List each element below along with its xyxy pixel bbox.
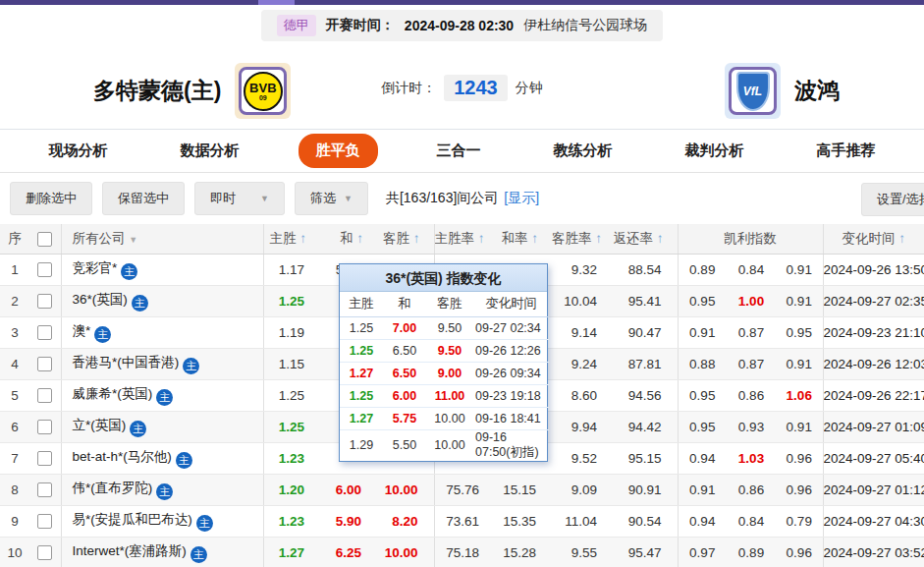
kickoff-time: 2024-09-28 02:30 xyxy=(405,18,514,33)
header-time-sort[interactable]: 变化时间 ↑ xyxy=(823,224,924,254)
company-cell[interactable]: 伟*(直布罗陀)主 xyxy=(61,474,263,505)
odds-cell[interactable]: 6.00 xyxy=(320,474,377,505)
rate-cell: 8.60 xyxy=(552,379,613,411)
odds-cell[interactable]: 1.23 xyxy=(263,442,320,474)
row-checkbox[interactable] xyxy=(37,451,52,466)
kelly-cell: 0.91 xyxy=(776,411,823,442)
table-header-row: 序 所有公司 ▼ 主胜 ↑ 和 ↑ 客胜 ↑ 主胜率 ↑ 和率 ↑ 客胜率 ↑ … xyxy=(0,224,924,254)
row-checkbox-cell xyxy=(29,505,61,537)
odds-cell[interactable]: 10.00 xyxy=(377,537,434,567)
company-name: 易*(安提瓜和巴布达) xyxy=(73,512,192,527)
settings-button[interactable]: 设置/选择 xyxy=(861,183,924,216)
tab-4[interactable]: 三合一 xyxy=(423,134,495,168)
tab-6[interactable]: 裁判分析 xyxy=(672,134,758,168)
tab-5[interactable]: 教练分析 xyxy=(540,134,626,168)
odds-cell[interactable]: 6.25 xyxy=(320,537,377,567)
rate-cell: 94.42 xyxy=(613,411,678,442)
row-checkbox[interactable] xyxy=(37,482,52,497)
tab-1[interactable]: 现场分析 xyxy=(35,134,122,168)
countdown-unit: 分钟 xyxy=(516,80,543,97)
popup-change-time: 09-27 02:34 xyxy=(473,316,549,339)
kelly-cell: 0.91 xyxy=(678,316,727,348)
popup-change-time: 09-26 12:26 xyxy=(473,339,549,362)
row-seq: 10 xyxy=(0,537,29,567)
company-name: 36*(英国) xyxy=(73,292,128,307)
company-cell[interactable]: 竞彩官*主 xyxy=(61,254,263,285)
delete-selected-button[interactable]: 删除选中 xyxy=(10,182,92,215)
kelly-cell: 0.91 xyxy=(678,474,727,505)
sort-up-icon: ↑ xyxy=(898,231,905,246)
sort-up-icon: ↑ xyxy=(531,231,538,246)
odds-cell[interactable]: 1.19 xyxy=(263,316,320,348)
popup-title: 36*(英国) 指数变化 xyxy=(340,264,547,292)
odds-cell[interactable]: 5.90 xyxy=(320,505,377,537)
show-link[interactable]: [显示] xyxy=(504,190,539,207)
odds-cell[interactable]: 1.25 xyxy=(263,411,320,442)
countdown-value: 1243 xyxy=(444,75,508,101)
header-home-rate-sort[interactable]: 主胜率 ↑ xyxy=(434,224,495,254)
row-checkbox[interactable] xyxy=(37,420,52,434)
kelly-cell: 0.95 xyxy=(678,285,727,316)
kelly-cell: 0.91 xyxy=(776,348,823,379)
row-checkbox[interactable] xyxy=(37,545,52,560)
instant-dropdown[interactable]: 即时 ▼ xyxy=(194,182,285,215)
kelly-cell: 0.86 xyxy=(727,474,776,505)
primary-company-icon: 主 xyxy=(156,483,173,500)
odds-cell[interactable]: 1.25 xyxy=(263,285,320,316)
odds-cell[interactable]: 1.17 xyxy=(263,254,320,285)
change-time-cell: 2024-09-27 01:09 xyxy=(823,411,924,442)
header-draw-sort[interactable]: 和 ↑ xyxy=(320,224,377,254)
change-time-cell: 2024-09-27 04:30 xyxy=(823,505,924,537)
company-cell[interactable]: 澳*主 xyxy=(61,316,263,348)
sort-up-icon: ↑ xyxy=(356,231,363,246)
odds-cell[interactable]: 1.20 xyxy=(263,474,320,505)
odds-cell[interactable]: 1.27 xyxy=(263,537,320,567)
filter-dropdown[interactable]: 筛选 ▼ xyxy=(295,182,368,215)
row-checkbox[interactable] xyxy=(37,388,52,403)
company-cell[interactable]: 36*(英国)主 xyxy=(61,285,263,316)
odds-cell[interactable]: 1.23 xyxy=(263,505,320,537)
rate-cell: 73.61 xyxy=(434,505,495,537)
popup-header-row: 主胜和客胜变化时间 xyxy=(340,292,549,316)
change-time-cell: 2024-09-26 13:50 xyxy=(823,254,924,285)
change-time-cell: 2024-09-26 22:17 xyxy=(823,379,924,411)
kelly-cell: 0.95 xyxy=(678,379,727,411)
rate-cell: 15.35 xyxy=(495,505,552,537)
odds-cell[interactable]: 8.20 xyxy=(377,505,434,537)
primary-company-icon: 主 xyxy=(176,452,192,469)
company-cell[interactable]: 威廉希*(英国)主 xyxy=(61,379,263,411)
odds-cell[interactable]: 10.00 xyxy=(377,474,434,505)
company-cell[interactable]: 立*(英国)主 xyxy=(61,411,263,442)
header-away-sort[interactable]: 客胜 ↑ xyxy=(377,224,434,254)
rate-cell: 94.56 xyxy=(613,379,678,411)
keep-selected-button[interactable]: 保留选中 xyxy=(102,182,185,215)
change-time-cell: 2024-09-26 12:03 xyxy=(823,348,924,379)
header-away-rate-sort[interactable]: 客胜率 ↑ xyxy=(552,224,613,254)
header-draw-rate-sort[interactable]: 和率 ↑ xyxy=(495,224,552,254)
row-checkbox[interactable] xyxy=(37,294,52,309)
row-checkbox[interactable] xyxy=(37,262,52,277)
select-all-checkbox[interactable] xyxy=(37,232,52,247)
rate-cell: 9.32 xyxy=(552,254,613,285)
company-cell[interactable]: Interwet*(塞浦路斯)主 xyxy=(61,537,263,567)
rate-cell: 9.24 xyxy=(552,348,613,379)
header-company[interactable]: 所有公司 ▼ xyxy=(61,224,263,254)
row-checkbox[interactable] xyxy=(37,357,52,371)
tab-7[interactable]: 高手推荐 xyxy=(803,134,890,168)
header-return-rate-sort[interactable]: 返还率 ↑ xyxy=(613,224,678,254)
popup-change-time: 09-16 07:50(初指) xyxy=(473,429,549,461)
company-cell[interactable]: bet-at-h*(马尔他)主 xyxy=(61,442,263,474)
popup-away-odds: 10.00 xyxy=(426,429,473,461)
row-checkbox[interactable] xyxy=(37,514,52,529)
company-cell[interactable]: 香港马*(中国香港)主 xyxy=(61,348,263,379)
header-home-sort[interactable]: 主胜 ↑ xyxy=(263,224,320,254)
odds-cell[interactable]: 1.15 xyxy=(263,348,320,379)
change-time-cell: 2024-09-27 03:52 xyxy=(823,537,924,567)
tab-2[interactable]: 数据分析 xyxy=(167,134,253,168)
company-cell[interactable]: 易*(安提瓜和巴布达)主 xyxy=(61,505,263,537)
row-checkbox[interactable] xyxy=(37,325,52,340)
tab-3[interactable]: 胜平负 xyxy=(299,134,378,168)
vfl-logo-text: VfL xyxy=(743,85,762,98)
away-team: VfL 波鸿 xyxy=(725,63,840,119)
odds-cell[interactable]: 1.25 xyxy=(263,379,320,411)
